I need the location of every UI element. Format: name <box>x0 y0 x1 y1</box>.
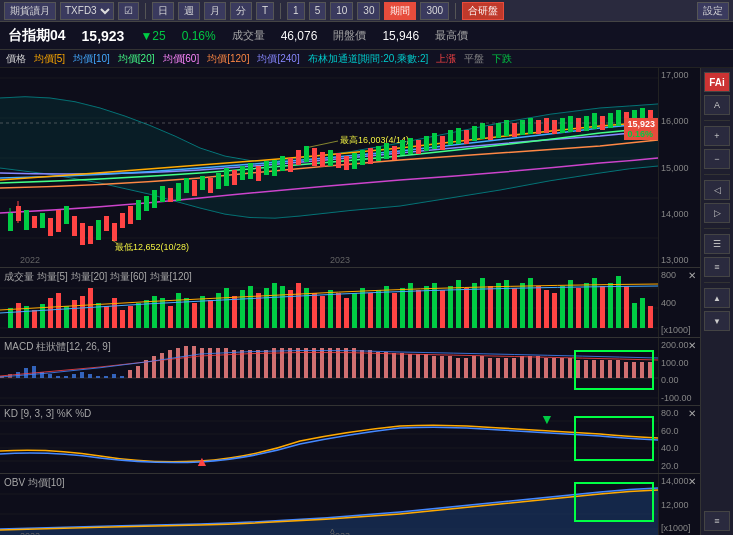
svg-rect-185 <box>24 368 28 378</box>
svg-rect-60 <box>400 140 405 155</box>
svg-rect-13 <box>56 210 61 232</box>
svg-rect-37 <box>232 170 237 185</box>
svg-rect-207 <box>200 348 204 378</box>
obv-chart[interactable]: OBV 均價[10] ✕ 2022 2023 ^ 14,00 <box>0 474 700 535</box>
svg-rect-40 <box>256 166 261 181</box>
volume-chart-label: 成交量 均量[5] 均量[20] 均量[60] 均量[120] <box>4 270 192 284</box>
scroll-left-btn[interactable]: ◁ <box>704 180 730 200</box>
svg-rect-50 <box>320 152 325 167</box>
svg-rect-103 <box>48 298 53 328</box>
svg-text:最低12,652(10/28): 最低12,652(10/28) <box>115 242 189 252</box>
dn-btn[interactable]: ▼ <box>704 311 730 331</box>
svg-rect-111 <box>112 298 117 328</box>
kd-chart-close[interactable]: ✕ <box>688 408 696 419</box>
svg-rect-138 <box>328 290 333 328</box>
svg-rect-9 <box>24 210 29 230</box>
svg-rect-160 <box>504 280 509 328</box>
svg-rect-214 <box>256 350 260 378</box>
svg-rect-227 <box>360 350 364 378</box>
zoom-out-btn[interactable]: − <box>704 149 730 169</box>
svg-rect-166 <box>552 293 557 328</box>
period-30-btn[interactable]: 30 <box>357 2 380 20</box>
up-btn[interactable]: ▲ <box>704 288 730 308</box>
period-day-btn[interactable]: 日 <box>152 2 174 20</box>
svg-rect-33 <box>200 176 205 190</box>
menu-btn[interactable]: ☰ <box>704 234 730 254</box>
legend-price[interactable]: 價格 <box>6 52 26 66</box>
checkbox-indicator[interactable]: ☑ <box>118 2 139 20</box>
svg-rect-121 <box>192 303 197 328</box>
svg-rect-79 <box>552 120 557 134</box>
svg-rect-101 <box>32 310 37 328</box>
svg-rect-125 <box>224 288 229 328</box>
svg-rect-19 <box>104 216 109 231</box>
svg-rect-31 <box>184 178 189 193</box>
period-5-btn[interactable]: 5 <box>309 2 327 20</box>
svg-rect-237 <box>440 356 444 378</box>
symbol-select[interactable]: TXFD3 <box>60 2 114 20</box>
tab-active-btn[interactable]: 合研盤 <box>462 2 504 20</box>
volume-chart-close[interactable]: ✕ <box>688 270 696 281</box>
legend-ma10[interactable]: 均價[10] <box>73 52 110 66</box>
settings-side-btn[interactable]: ≡ <box>704 511 730 531</box>
svg-rect-193 <box>88 374 92 378</box>
kd-chart-label: KD [9, 3, 3] %K %D <box>4 408 91 419</box>
svg-rect-146 <box>392 293 397 328</box>
macd-chart-close[interactable]: ✕ <box>688 340 696 351</box>
svg-rect-208 <box>208 348 212 378</box>
current-price-badge: 15,923 0.16% <box>624 118 658 140</box>
legend-ma60[interactable]: 均價[60] <box>163 52 200 66</box>
svg-rect-191 <box>72 374 76 378</box>
period-month-btn[interactable]: 月 <box>204 2 226 20</box>
settings-btn[interactable]: 設定 <box>697 2 729 20</box>
svg-rect-132 <box>280 286 285 328</box>
macd-chart[interactable]: MACD 柱狀體[12, 26, 9] ✕ <box>0 338 700 406</box>
period-1-btn[interactable]: 1 <box>287 2 305 20</box>
fai-button[interactable]: FAi <box>704 72 730 92</box>
legend-ma240[interactable]: 均價[240] <box>257 52 299 66</box>
scroll-right-btn[interactable]: ▷ <box>704 203 730 223</box>
period-300-btn[interactable]: 300 <box>420 2 449 20</box>
svg-rect-152 <box>440 290 445 328</box>
svg-rect-24 <box>128 206 133 224</box>
period-t-btn[interactable]: T <box>256 2 274 20</box>
svg-rect-10 <box>32 216 37 228</box>
svg-rect-107 <box>80 296 85 328</box>
volume-chart[interactable]: 成交量 均量[5] 均量[20] 均量[60] 均量[120] ✕ <box>0 268 700 338</box>
svg-rect-251 <box>552 358 556 378</box>
obv-chart-close[interactable]: ✕ <box>688 476 696 487</box>
svg-rect-82 <box>576 118 581 132</box>
svg-text:2022: 2022 <box>20 531 40 535</box>
svg-rect-249 <box>536 356 540 378</box>
svg-rect-42 <box>272 160 277 176</box>
lines-btn[interactable]: ≡ <box>704 257 730 277</box>
svg-rect-202 <box>160 353 164 378</box>
kd-chart[interactable]: KD [9, 3, 3] %K %D ✕ ▼ ▲ 80.0 <box>0 406 700 474</box>
svg-rect-98 <box>8 308 13 328</box>
svg-rect-190 <box>64 376 68 378</box>
price-chart[interactable]: 最低12,652(10/28) <box>0 68 700 268</box>
svg-rect-38 <box>240 166 245 180</box>
svg-rect-235 <box>424 354 428 378</box>
svg-rect-205 <box>184 346 188 378</box>
legend-ma5[interactable]: 均價[5] <box>34 52 65 66</box>
svg-rect-112 <box>120 310 125 328</box>
legend-ma120[interactable]: 均價[120] <box>207 52 249 66</box>
svg-rect-234 <box>416 354 420 378</box>
svg-rect-204 <box>176 348 180 378</box>
text-tool-btn[interactable]: A <box>704 95 730 115</box>
svg-rect-162 <box>520 283 525 328</box>
svg-rect-70 <box>480 123 485 139</box>
legend-bb[interactable]: 布林加通道[期間:20,乘數:2] <box>308 52 429 66</box>
svg-rect-26 <box>144 196 149 211</box>
svg-rect-201 <box>152 356 156 378</box>
svg-rect-87 <box>616 110 621 126</box>
legend-ma20[interactable]: 均價[20] <box>118 52 155 66</box>
svg-rect-35 <box>216 173 221 189</box>
svg-rect-84 <box>592 113 597 129</box>
period-min-btn[interactable]: 分 <box>230 2 252 20</box>
period-10-btn[interactable]: 10 <box>330 2 353 20</box>
period-active-btn[interactable]: 期間 <box>384 2 416 20</box>
period-week-btn[interactable]: 週 <box>178 2 200 20</box>
zoom-in-btn[interactable]: + <box>704 126 730 146</box>
